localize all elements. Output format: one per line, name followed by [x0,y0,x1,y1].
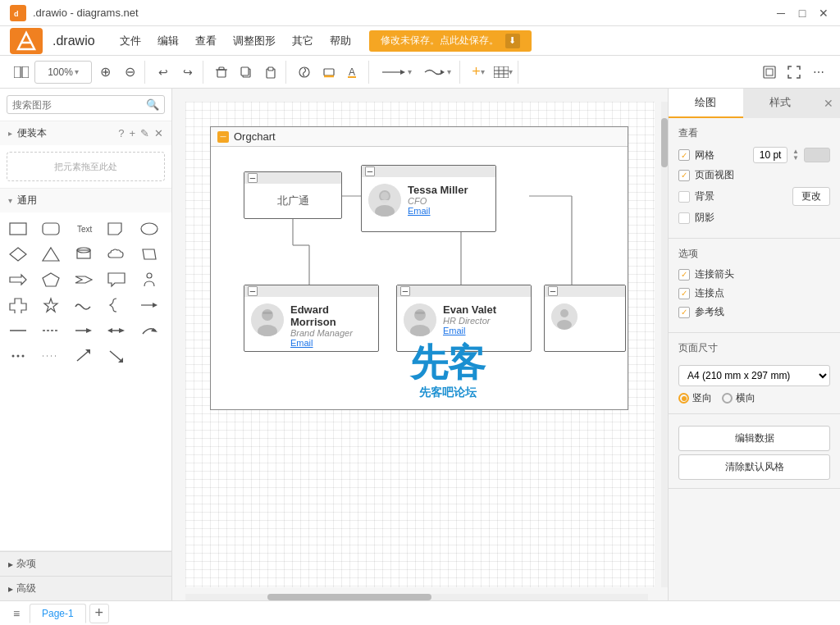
shape-star[interactable] [38,294,64,317]
shape-triangle[interactable] [38,243,64,266]
evan-email[interactable]: Email [443,326,524,335]
view-toggle-button[interactable] [10,61,33,84]
close-favorites-icon[interactable]: ✕ [154,127,163,139]
text-color-button[interactable]: A [342,61,365,84]
grid-checkbox[interactable]: ✓ [678,149,690,161]
edward-node[interactable]: ─ E [244,285,379,352]
right-node-minimize[interactable]: ─ [548,286,558,296]
page-tab-1[interactable]: Page-1 [30,604,86,623]
advanced-section[interactable]: ▸ 高级 [0,576,171,600]
tab-style[interactable]: 样式 [743,89,818,118]
shape-cross[interactable] [5,294,31,317]
right-node-partial[interactable]: ─ [544,285,626,352]
shape-arrow-line[interactable] [71,319,97,342]
shape-person[interactable] [136,268,162,291]
tab-drawing[interactable]: 绘图 [669,89,743,118]
grid-size-input[interactable] [753,147,788,163]
zoom-display[interactable]: 100% ▾ [34,61,92,84]
zoom-out-button[interactable]: ⊖ [118,61,141,84]
shape-double-arrow[interactable] [103,319,130,342]
menu-adjust[interactable]: 调整图形 [225,30,284,52]
shape-curved-arrow[interactable] [136,319,162,342]
shape-rounded-rect[interactable] [38,217,64,240]
connector-button[interactable]: ▾ [376,61,417,84]
maximize-button[interactable]: □ [796,7,809,20]
waypoint-button[interactable]: ▾ [418,61,456,84]
delete-button[interactable] [210,61,233,84]
shape-cylinder[interactable] [71,243,97,266]
shape-text[interactable]: Text [71,217,97,240]
shape-note[interactable] [103,217,130,240]
menu-help[interactable]: 帮助 [322,30,359,52]
tessa-minimize[interactable]: ─ [365,167,375,176]
shape-diagonal-arrow2[interactable] [103,344,130,367]
guidelines-checkbox[interactable]: ✓ [678,307,690,318]
menu-edit[interactable]: 编辑 [149,30,187,52]
menu-file[interactable]: 文件 [112,30,149,52]
add-shape-icon[interactable]: + [129,127,135,139]
search-input[interactable] [12,99,146,111]
connector-points-checkbox[interactable]: ✓ [678,288,690,299]
shape-diagonal-arrow[interactable] [71,344,97,367]
undo-button[interactable]: ↩ [152,61,175,84]
paste-button[interactable] [259,61,282,84]
save-banner[interactable]: 修改未保存。点此处保存。 ⬇ [369,30,532,52]
evan-node[interactable]: ─ E [396,285,532,352]
diagram-minimize-button[interactable]: ─ [217,131,229,143]
table-button[interactable]: ▾ [491,61,514,84]
shadow-checkbox[interactable] [678,212,690,224]
shape-parallelogram[interactable] [136,243,162,266]
scrollbar-horizontal[interactable] [185,594,648,600]
connector-arrows-checkbox[interactable]: ✓ [678,269,690,281]
shape-wave[interactable] [71,294,97,317]
style-button[interactable] [293,61,316,84]
clear-style-button[interactable]: 清除默认风格 [678,454,830,480]
right-panel-close[interactable]: ✕ [817,89,840,118]
landscape-radio[interactable]: 横向 [722,391,756,405]
search-wrapper[interactable]: 🔍 [7,95,165,114]
diagram-content[interactable]: ─ 北广通 ─ [211,147,628,409]
menu-view[interactable]: 查看 [187,30,225,52]
portrait-radio[interactable]: 竖向 [678,391,712,405]
canvas-area[interactable]: ─ Orgchart [172,89,668,600]
add-page-button[interactable]: + [89,604,109,623]
menu-other[interactable]: 其它 [284,30,322,52]
shape-dots2[interactable] [38,344,64,367]
shape-line[interactable] [5,319,31,342]
page-view-checkbox[interactable]: ✓ [678,170,690,181]
evan-minimize[interactable]: ─ [400,286,410,296]
background-change-button[interactable]: 更改 [792,187,830,206]
placeholder-node[interactable]: ─ 北广通 [244,171,342,219]
shape-arrow-right[interactable] [5,268,31,291]
edward-minimize[interactable]: ─ [248,286,258,296]
shape-chevron[interactable] [71,268,97,291]
fit-page-button[interactable] [758,61,781,84]
search-icon[interactable]: 🔍 [146,98,159,111]
edit-favorites-icon[interactable]: ✎ [140,127,149,139]
grid-color-box[interactable] [804,148,830,162]
shape-rectangle[interactable] [5,217,31,240]
page-tab-menu[interactable]: ≡ [7,604,26,623]
shape-arrow-connector[interactable] [136,294,162,317]
shape-pentagon[interactable] [38,268,64,291]
copy-button[interactable] [235,61,258,84]
shape-diamond[interactable] [5,243,31,266]
shape-dots1[interactable] [5,344,31,367]
shape-curly-bracket[interactable] [103,294,130,317]
general-header[interactable]: ▾ 通用 [0,189,171,212]
misc-section[interactable]: ▸ 杂项 [0,551,171,576]
placeholder-minimize[interactable]: ─ [248,173,258,183]
shape-dashed-line[interactable] [38,319,64,342]
tessa-node[interactable]: ─ [361,165,496,232]
scrollbar-vertical[interactable] [661,102,668,587]
shape-cloud[interactable] [103,243,130,266]
zoom-in-button[interactable]: ⊕ [94,61,116,84]
more-view-button[interactable]: ⋯ [807,61,830,84]
fill-button[interactable] [317,61,340,84]
background-checkbox[interactable] [678,191,690,203]
tessa-email[interactable]: Email [408,206,489,216]
grid-size-down[interactable]: ▼ [792,155,799,162]
question-icon[interactable]: ? [118,127,124,139]
close-button[interactable]: ✕ [817,7,830,20]
page-size-select[interactable]: A4 (210 mm x 297 mm) A3 (297 mm x 420 mm… [678,365,830,386]
